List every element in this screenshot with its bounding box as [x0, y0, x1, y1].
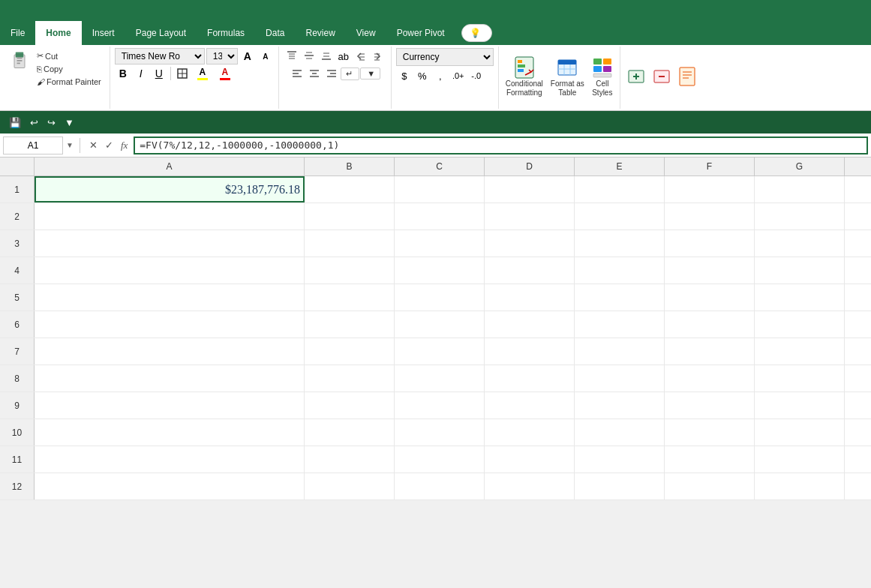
cell-f11[interactable]: [665, 446, 755, 472]
cell-c7[interactable]: [395, 338, 485, 364]
cell-d3[interactable]: [485, 230, 575, 256]
cell-a3[interactable]: [35, 230, 305, 256]
row-number[interactable]: 9: [0, 392, 35, 418]
cell-d6[interactable]: [485, 311, 575, 338]
decrease-decimal-button[interactable]: -.0: [468, 68, 485, 84]
row-number[interactable]: 7: [0, 338, 35, 364]
shrink-font-button[interactable]: A: [257, 48, 274, 64]
cell-e5[interactable]: [575, 284, 665, 310]
tab-page-layout[interactable]: Page Layout: [125, 21, 197, 45]
cell-e4[interactable]: [575, 257, 665, 284]
cell-f12[interactable]: [665, 473, 755, 500]
conditional-formatting-button[interactable]: ConditionalFormatting: [503, 53, 545, 100]
format-cells-button[interactable]: [676, 62, 698, 91]
wrap-text-button[interactable]: ↵: [341, 68, 359, 80]
cell-a7[interactable]: [35, 338, 305, 364]
left-align-button[interactable]: [289, 65, 305, 82]
row-number[interactable]: 11: [0, 446, 35, 472]
column-header-f[interactable]: F: [665, 158, 755, 176]
bold-button[interactable]: B: [115, 65, 131, 82]
save-button[interactable]: 💾: [6, 116, 24, 130]
cell-b1[interactable]: [305, 176, 395, 202]
cell-f5[interactable]: [665, 284, 755, 310]
cell-b9[interactable]: [305, 392, 395, 418]
cell-e11[interactable]: [575, 446, 665, 472]
cell-g10[interactable]: [755, 419, 845, 446]
row-number[interactable]: 12: [0, 473, 35, 500]
cell-d11[interactable]: [485, 446, 575, 472]
cell-a2[interactable]: [35, 203, 305, 230]
cell-a6[interactable]: [35, 311, 305, 338]
cell-d2[interactable]: [485, 203, 575, 230]
cell-d7[interactable]: [485, 338, 575, 364]
cell-f4[interactable]: [665, 257, 755, 284]
cell-d8[interactable]: [485, 365, 575, 392]
top-align-button[interactable]: [284, 48, 300, 64]
cell-a4[interactable]: [35, 257, 305, 284]
column-header-b[interactable]: B: [305, 158, 395, 176]
cell-g3[interactable]: [755, 230, 845, 256]
paste-button[interactable]: [8, 48, 32, 72]
bottom-align-button[interactable]: [318, 48, 335, 64]
cell-b3[interactable]: [305, 230, 395, 256]
orientation-button[interactable]: ab: [335, 48, 352, 64]
font-size-select[interactable]: 13 11 12 14: [206, 48, 238, 64]
format-as-table-button[interactable]: Format asTable: [548, 53, 587, 100]
cell-f7[interactable]: [665, 338, 755, 364]
decrease-indent-button[interactable]: [353, 48, 369, 64]
right-align-button[interactable]: [323, 65, 340, 82]
cell-g2[interactable]: [755, 203, 845, 230]
cell-e12[interactable]: [575, 473, 665, 500]
row-number[interactable]: 6: [0, 311, 35, 338]
cell-e7[interactable]: [575, 338, 665, 364]
cell-b11[interactable]: [305, 446, 395, 472]
cell-f10[interactable]: [665, 419, 755, 446]
insert-cells-button[interactable]: [625, 62, 647, 91]
cell-a8[interactable]: [35, 365, 305, 392]
cell-e10[interactable]: [575, 419, 665, 446]
cell-e8[interactable]: [575, 365, 665, 392]
percent-style-button[interactable]: %: [414, 68, 431, 84]
undo-button[interactable]: ↩: [27, 116, 41, 130]
cell-c6[interactable]: [395, 311, 485, 338]
cell-g7[interactable]: [755, 338, 845, 364]
underline-button[interactable]: U: [151, 65, 167, 82]
cell-a10[interactable]: [35, 419, 305, 446]
cell-a12[interactable]: [35, 473, 305, 500]
merge-center-button[interactable]: ▼: [360, 68, 380, 80]
delete-cells-button[interactable]: [650, 62, 673, 91]
tell-me-box[interactable]: 💡: [461, 24, 492, 42]
cell-c9[interactable]: [395, 392, 485, 418]
cell-c4[interactable]: [395, 257, 485, 284]
comma-style-button[interactable]: ,: [432, 68, 449, 84]
formula-input[interactable]: [134, 136, 868, 154]
cell-g9[interactable]: [755, 392, 845, 418]
row-number[interactable]: 1: [0, 176, 35, 202]
cell-b12[interactable]: [305, 473, 395, 500]
tab-home[interactable]: Home: [35, 21, 81, 45]
cell-g8[interactable]: [755, 365, 845, 392]
cell-b10[interactable]: [305, 419, 395, 446]
cell-a9[interactable]: [35, 392, 305, 418]
cell-e6[interactable]: [575, 311, 665, 338]
column-header-d[interactable]: D: [485, 158, 575, 176]
cell-f9[interactable]: [665, 392, 755, 418]
tab-review[interactable]: Review: [295, 21, 345, 45]
tab-data[interactable]: Data: [255, 21, 295, 45]
accounting-format-button[interactable]: $: [396, 68, 413, 84]
copy-button[interactable]: ⎘ Copy: [33, 63, 105, 75]
cell-f1[interactable]: [665, 176, 755, 202]
cell-g11[interactable]: [755, 446, 845, 472]
grow-font-button[interactable]: A: [239, 48, 256, 64]
format-painter-button[interactable]: 🖌 Format Painter: [33, 76, 105, 88]
cell-b6[interactable]: [305, 311, 395, 338]
cell-e3[interactable]: [575, 230, 665, 256]
cell-f8[interactable]: [665, 365, 755, 392]
row-number[interactable]: 3: [0, 230, 35, 256]
cell-styles-button[interactable]: CellStyles: [590, 53, 615, 100]
tab-power-pivot[interactable]: Power Pivot: [386, 21, 455, 45]
cell-a1[interactable]: $23,187,776.18: [35, 176, 305, 202]
cell-c11[interactable]: [395, 446, 485, 472]
cell-c1[interactable]: [395, 176, 485, 202]
cell-a5[interactable]: [35, 284, 305, 310]
